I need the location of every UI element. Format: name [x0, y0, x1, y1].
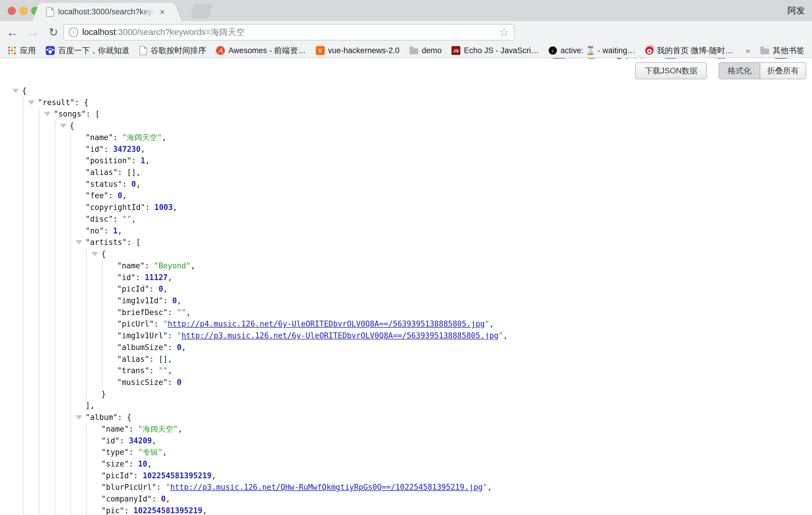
- bookmark-item-apps[interactable]: 应用: [8, 45, 36, 56]
- url-text[interactable]: localhost:3000/search?keywords=海阔天空: [82, 26, 494, 38]
- bookmark-item-folder[interactable]: demo: [409, 46, 442, 55]
- close-window-button[interactable]: [8, 7, 16, 15]
- bookmark-star-icon[interactable]: ☆: [499, 26, 509, 39]
- other-bookmarks-folder[interactable]: 其他书签: [760, 45, 804, 56]
- json-token: 0: [177, 378, 182, 387]
- bookmark-item-echojs[interactable]: JSEcho JS - JavaScri…: [452, 46, 539, 55]
- json-token: "companyId": [101, 494, 152, 503]
- view-mode-group: 格式化 折叠所有: [719, 62, 806, 79]
- json-token: ,: [136, 180, 141, 189]
- bookmark-item-active[interactable]: ↓active: ⌛ - waiting…: [549, 46, 635, 55]
- json-link[interactable]: http://p4.music.126.net/6y-UleORITEDbvrO…: [168, 319, 485, 328]
- json-token: : [],: [118, 168, 141, 177]
- json-row: "type": "专辑",: [0, 447, 812, 458]
- json-token: ,: [122, 191, 127, 200]
- toolbar: ← → ↻ localhost:3000/search?keywords=海阔天…: [0, 21, 812, 44]
- indent-guide: [55, 120, 55, 515]
- json-token: ,: [141, 145, 145, 153]
- json-token: "": [158, 366, 168, 375]
- json-token: "picId": [117, 285, 149, 293]
- json-token: "trans": [117, 366, 149, 375]
- new-tab-button[interactable]: [191, 4, 212, 18]
- bookmark-item-weibo[interactable]: 我的首页 微博-随时…: [645, 45, 733, 56]
- browser-tab[interactable]: localhost:3000/search?keywor ×: [43, 3, 171, 21]
- minimize-window-button[interactable]: [19, 7, 28, 15]
- json-token: ,: [132, 214, 136, 224]
- json-token: "position": [85, 156, 132, 165]
- json-token: "picUrl": [117, 319, 154, 328]
- json-token: ,: [178, 425, 182, 433]
- collapse-triangle-icon[interactable]: [92, 252, 98, 256]
- bookmark-item-awesomes[interactable]: AAwesomes - 前端资…: [216, 45, 306, 56]
- bookmark-item-doc[interactable]: 谷歌按时间排序: [140, 45, 206, 56]
- json-token: "blurPicUrl": [101, 483, 156, 491]
- json-token: : {: [75, 98, 88, 107]
- json-row: "companyId": 0,: [0, 493, 812, 505]
- json-row: "img1v1Id": 0,: [0, 295, 812, 307]
- reload-icon[interactable]: ↻: [44, 21, 63, 44]
- address-bar[interactable]: localhost:3000/search?keywords=海阔天空 ☆: [63, 24, 514, 40]
- json-token: :: [154, 319, 163, 328]
- collapse-triangle-icon[interactable]: [76, 415, 82, 420]
- json-token: "size": [101, 459, 129, 468]
- json-row: "name": "海阔天空",: [0, 132, 812, 144]
- json-row: "briefDesc": "",: [0, 307, 812, 319]
- echojs-icon: JS: [452, 46, 460, 55]
- back-icon[interactable]: ←: [3, 21, 22, 44]
- profile-name[interactable]: 阿发: [787, 5, 805, 17]
- awesomes-icon: A: [216, 46, 225, 55]
- format-button[interactable]: 格式化: [719, 62, 760, 79]
- download-json-button[interactable]: 下载JSON数据: [635, 62, 707, 79]
- json-token: "Beyond": [154, 261, 191, 270]
- collapse-triangle-icon[interactable]: [44, 112, 51, 116]
- json-link[interactable]: http://p3.music.126.net/QHw-RuMwfQkmgtiy…: [170, 483, 483, 491]
- json-token: "artists": [85, 238, 127, 247]
- json-token: ,: [163, 285, 168, 293]
- folder-icon: [760, 49, 769, 54]
- json-token: ,: [487, 483, 492, 491]
- json-token: "picId": [101, 471, 134, 480]
- json-token: 0: [118, 191, 122, 200]
- bookmarks-bar: 应用百度一下，你就知道谷歌按时间排序AAwesomes - 前端资…Vvue-h…: [0, 44, 812, 58]
- active-icon: ↓: [549, 47, 557, 55]
- bookmark-item-vuehn[interactable]: Vvue-hackernews-2.0: [316, 46, 400, 55]
- json-row: "musicSize": 0: [0, 377, 812, 389]
- collapse-triangle-icon[interactable]: [12, 89, 19, 93]
- tab-strip: localhost:3000/search?keywor × 阿发: [0, 0, 812, 21]
- json-row: "name": "Beyond",: [0, 260, 812, 272]
- json-token: :: [156, 483, 166, 491]
- json-row: {: [0, 85, 812, 97]
- json-token: :: [168, 331, 177, 340]
- json-token: 1: [141, 156, 145, 165]
- url-path: :3000/search?keywords=海阔天空: [116, 27, 244, 37]
- json-token: :: [145, 261, 154, 270]
- bookmark-item-baidu[interactable]: 百度一下，你就知道: [46, 45, 129, 56]
- json-token: 1003: [154, 203, 173, 212]
- json-token: "briefDesc": [117, 308, 168, 317]
- bookmark-label: active: ⌛ - waiting…: [560, 46, 635, 55]
- page-info-icon[interactable]: [69, 28, 78, 37]
- bookmarks-overflow-chevron-icon[interactable]: »: [745, 46, 750, 56]
- vuehn-glyph: V: [318, 47, 322, 54]
- json-row: "id": 347230,: [0, 144, 812, 155]
- json-row: "status": 0,: [0, 178, 812, 190]
- json-token: ": [485, 319, 489, 328]
- json-row: "pic": 102254581395219,: [0, 505, 812, 515]
- json-token: 102254581395219: [134, 506, 203, 515]
- json-token: ,: [162, 133, 167, 142]
- collapse-triangle-icon[interactable]: [28, 101, 35, 105]
- collapse-triangle-icon[interactable]: [60, 124, 66, 128]
- folder-icon: [409, 49, 418, 54]
- indent-guide: [70, 132, 71, 515]
- collapse-all-button[interactable]: 折叠所有: [760, 62, 806, 79]
- json-row: "songs": [: [0, 108, 812, 120]
- collapse-triangle-icon[interactable]: [76, 240, 82, 245]
- json-token: : [: [127, 238, 141, 247]
- baidu-icon: [46, 46, 55, 55]
- json-link[interactable]: http://p3.music.126.net/6y-UleORITEDbvrO…: [181, 331, 498, 340]
- json-row: "trans": "",: [0, 365, 812, 377]
- json-row: "result": {: [0, 97, 812, 109]
- tab-close-icon[interactable]: ×: [160, 8, 165, 17]
- json-row: "size": 10,: [0, 458, 812, 470]
- json-token: "img1v1Id": [117, 296, 163, 305]
